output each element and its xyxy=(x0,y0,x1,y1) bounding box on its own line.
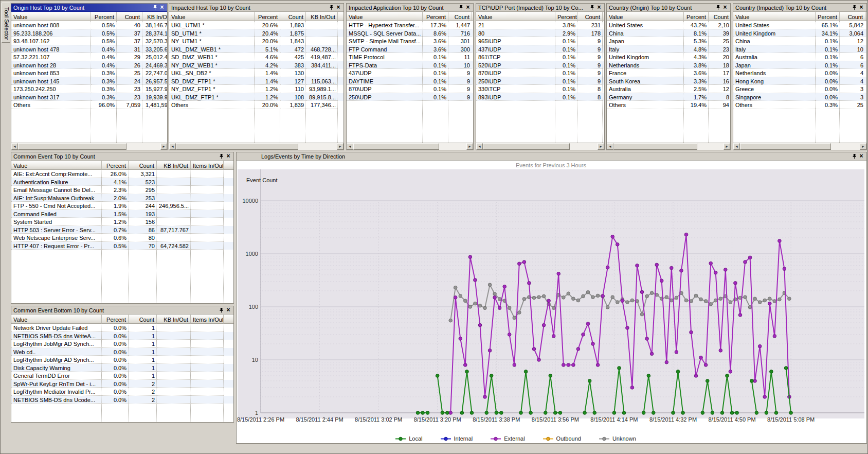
table-row[interactable]: LogRhythm JobMgr AD Synch...0.0%1 xyxy=(11,356,233,364)
table-row[interactable]: Email Message Cannot Be Del...2.3%295 xyxy=(11,186,233,194)
table-row[interactable]: Others0.3%25 xyxy=(733,101,866,109)
column-header[interactable]: Count xyxy=(129,315,157,324)
scrollbar-thumb[interactable] xyxy=(483,143,570,150)
table-row[interactable]: 802.9%178 xyxy=(476,29,604,38)
table-row[interactable]: Disk Capacity Warning0.0%1 xyxy=(11,364,233,372)
table-row[interactable]: Italy4.8%23 xyxy=(607,45,730,54)
table-row[interactable]: Japan0.1%6 xyxy=(733,61,866,69)
scroll-right-button[interactable]: ► xyxy=(724,143,730,150)
table-row[interactable]: United Kingdom4.3%20 xyxy=(607,53,730,61)
horizontal-scrollbar[interactable]: ◄► xyxy=(169,143,343,150)
table-row[interactable]: unknown host 3170.3%2319,939.9... xyxy=(11,93,167,101)
table-row[interactable]: United States65.1%5,842 xyxy=(733,21,866,29)
table-row[interactable]: 250\UDP0.1%9 xyxy=(476,77,604,85)
table-row[interactable]: France3.6%17 xyxy=(607,69,730,77)
table-row[interactable]: Command Failed1.5%193 xyxy=(11,210,233,218)
scroll-right-button[interactable]: ► xyxy=(160,143,167,150)
table-row[interactable]: System Started1.2%156 xyxy=(11,218,233,226)
pin-icon[interactable] xyxy=(218,153,225,160)
panel-titlebar[interactable]: Common Event Bottom 10 by Count× xyxy=(11,306,233,315)
column-header[interactable]: Value xyxy=(169,12,255,21)
horizontal-scrollbar[interactable]: ◄► xyxy=(347,143,473,150)
column-header[interactable]: KB In/Out xyxy=(157,161,191,170)
scroll-right-button[interactable]: ► xyxy=(860,143,866,150)
table-row[interactable]: Others20.0%1,839177,346... xyxy=(169,101,343,109)
column-header[interactable]: Percent xyxy=(102,315,129,324)
table-row[interactable]: Network Driver Update Failed0.0%1 xyxy=(11,324,233,332)
table-row[interactable]: FTP Command3.6%300 xyxy=(347,45,473,54)
table-row[interactable]: UKL_DMZ_WEB1 *5.1%472468,728... xyxy=(169,45,343,54)
column-header[interactable]: Value xyxy=(11,161,102,170)
table-row[interactable]: 870\UDP0.1%9 xyxy=(347,85,473,93)
table-row[interactable]: Web Netscape Enterprise Serv...0.6%80 xyxy=(11,234,233,242)
pin-icon[interactable] xyxy=(457,4,464,11)
table-row[interactable]: unknown host 1450.3%2426,957.5... xyxy=(11,77,167,85)
table-row[interactable]: 870\UDP0.1%9 xyxy=(476,69,604,77)
column-header[interactable]: Percent xyxy=(555,12,577,21)
scrollbar-thumb[interactable] xyxy=(740,143,831,150)
tool-selector-tab[interactable]: Tool Selector xyxy=(2,3,10,43)
pin-icon[interactable] xyxy=(588,4,595,11)
table-row[interactable]: Japan5.3%25 xyxy=(607,37,730,45)
close-icon[interactable]: × xyxy=(335,4,342,11)
table-row[interactable]: SD_DMZ_FTP1 *1.4%127115,063... xyxy=(169,77,343,85)
table-row[interactable]: unknown host 280.4%2624,469.3... xyxy=(11,61,167,69)
table-row[interactable]: 520\UDP0.1%9 xyxy=(476,61,604,69)
table-row[interactable]: SMTP - Simple Mail Transf...3.6%301 xyxy=(347,37,473,45)
scroll-left-button[interactable]: ◄ xyxy=(476,143,483,150)
column-header[interactable]: Percent xyxy=(255,12,280,21)
column-header[interactable]: Value xyxy=(607,12,684,21)
scroll-left-button[interactable]: ◄ xyxy=(733,143,740,150)
table-row[interactable]: UKL_SN_DB2 *1.4%130 xyxy=(169,69,343,77)
table-row[interactable]: 95.233.188.2060.5%3728,374.1... xyxy=(11,29,167,38)
table-row[interactable]: Netherlands3.8%18 xyxy=(607,61,730,69)
scrollbar-track[interactable] xyxy=(18,143,160,150)
column-header[interactable]: Count xyxy=(577,12,603,21)
close-icon[interactable]: × xyxy=(721,4,729,11)
horizontal-scrollbar[interactable]: ◄► xyxy=(476,143,604,150)
scroll-right-button[interactable]: ► xyxy=(598,143,604,150)
column-header[interactable]: Value xyxy=(11,315,102,324)
table-row[interactable]: AIE: Int:Susp:Malware Outbreak2.0%253 xyxy=(11,194,233,202)
column-header[interactable]: Value xyxy=(733,12,816,21)
table-row[interactable]: 893\UDP0.1%8 xyxy=(476,93,604,101)
panel-titlebar[interactable]: Logs/Events by Time by Direction × xyxy=(237,152,866,161)
scrollbar-thumb[interactable] xyxy=(176,143,298,150)
close-icon[interactable]: × xyxy=(464,4,472,11)
column-header[interactable]: KB In/Out xyxy=(306,12,338,21)
close-icon[interactable]: × xyxy=(225,153,232,160)
close-icon[interactable]: × xyxy=(858,4,865,11)
column-header[interactable]: Percent xyxy=(91,12,117,21)
pin-icon[interactable] xyxy=(851,153,858,160)
scrollbar-thumb[interactable] xyxy=(353,143,439,150)
table-row[interactable]: FTP - 550 - Cmd Not Accepted...1.9%24424… xyxy=(11,202,233,210)
horizontal-scrollbar[interactable]: ◄► xyxy=(11,143,167,150)
scrollbar-track[interactable] xyxy=(483,143,598,150)
column-header[interactable]: Value xyxy=(11,12,91,21)
table-row[interactable]: HTTP - Hypertext Transfer...17.3%1,447 xyxy=(347,21,473,29)
table-row[interactable]: 437\UDP0.1%9 xyxy=(347,69,473,77)
table-row[interactable]: Hong Kong0.0%4 xyxy=(733,77,866,85)
table-row[interactable]: unknown host 8080.5%4038,146.7... xyxy=(11,21,167,29)
column-header[interactable]: Count xyxy=(840,12,865,21)
pin-icon[interactable] xyxy=(851,4,858,11)
table-row[interactable]: 93.48.107.1620.5%3732,570.3... xyxy=(11,37,167,45)
table-row[interactable]: UKL_DMZ_FTP1 *1.2%10889,915.8... xyxy=(169,93,343,101)
horizontal-scrollbar[interactable]: ◄► xyxy=(733,143,866,150)
column-header[interactable]: KB In/Out xyxy=(157,315,191,324)
column-header[interactable]: Value xyxy=(347,12,423,21)
table-row[interactable]: 250\UDP0.1%9 xyxy=(347,93,473,101)
close-icon[interactable]: × xyxy=(595,4,603,11)
table-row[interactable]: China0.1%12 xyxy=(733,37,866,45)
close-icon[interactable]: × xyxy=(858,153,865,160)
close-icon[interactable]: × xyxy=(225,307,232,313)
table-row[interactable]: SpWr-Put KeyLgr RnTm Det - i...0.0%2 xyxy=(11,380,233,388)
scrollbar-track[interactable] xyxy=(353,143,466,150)
table-row[interactable]: China8.1%39 xyxy=(607,29,730,38)
pin-icon[interactable] xyxy=(714,4,721,11)
panel-titlebar[interactable]: Impacted Application Top 10 by Count× xyxy=(347,4,473,12)
pin-icon[interactable] xyxy=(328,4,335,11)
scrollbar-track[interactable] xyxy=(613,143,724,150)
column-header[interactable]: Count xyxy=(448,12,472,21)
table-row[interactable]: 330\TCP0.1%8 xyxy=(476,85,604,93)
